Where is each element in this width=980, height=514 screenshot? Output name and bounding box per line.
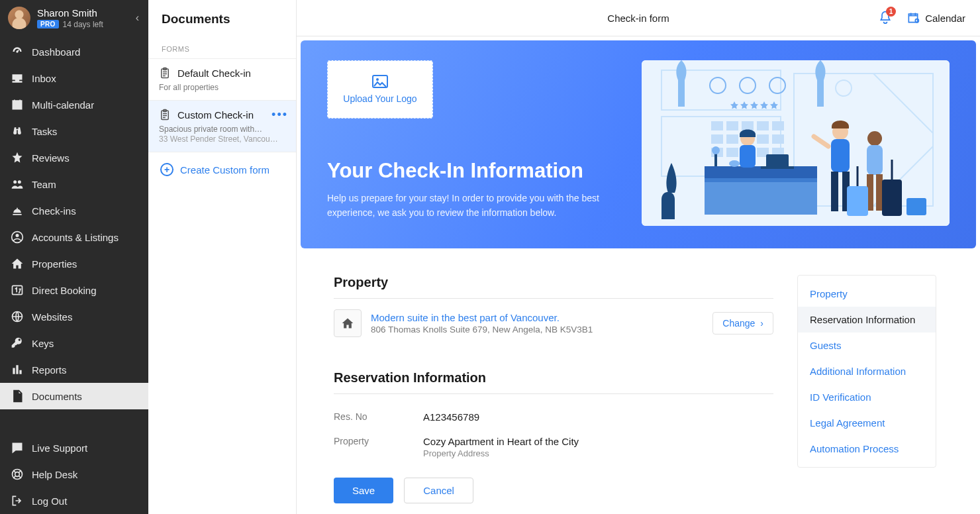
sidebar-item-documents[interactable]: Documents [0,383,148,409]
calendar-label: Calendar [925,13,965,24]
sidebar-item-label: Help Desk [32,469,77,480]
form-name: Custom Check-in [177,109,254,121]
svg-rect-48 [831,172,838,211]
lifebuoy-icon [11,468,24,481]
svg-point-12 [376,78,379,81]
svg-rect-45 [740,145,756,168]
svg-rect-37 [705,178,817,215]
sidebar-item-team[interactable]: Team [0,171,148,197]
svg-rect-23 [742,121,754,130]
hero-subtitle: Help us prepare for your stay! In order … [327,191,605,220]
pro-badge: PRO [37,20,59,28]
svg-rect-55 [882,180,902,216]
sidebar-item-label: Accounts & Listings [32,232,119,243]
svg-rect-27 [726,134,738,144]
form-sub: For all properties [159,83,283,92]
sidebar-item-reviews[interactable]: Reviews [0,144,148,171]
sidebar-item-label: Log Out [32,495,67,507]
svg-rect-32 [726,148,738,157]
svg-rect-24 [757,121,769,130]
kv-value: A123456789 [423,411,479,423]
calendar-search-icon [906,11,920,25]
svg-rect-40 [761,166,794,169]
sidebar-item-keys[interactable]: Keys [0,330,148,356]
globe-icon [11,310,24,323]
topbar-title: Check-in form [607,13,669,24]
sidebar-item-multi-calendar[interactable]: Multi-calendar [0,91,148,118]
sidebar-item-websites[interactable]: Websites [0,303,148,330]
svg-rect-30 [772,134,784,144]
calendar-button[interactable]: Calendar [906,11,965,25]
upload-logo-button[interactable]: Upload Your Logo [327,60,433,119]
sidebar-item-tasks[interactable]: Tasks [0,118,148,144]
svg-rect-54 [847,186,868,216]
upload-logo-label: Upload Your Logo [343,93,416,104]
sidebar-footer-live-support[interactable]: Live Support [0,435,148,461]
svg-rect-56 [906,198,926,215]
property-address: 806 Thomas Knolls Suite 679, New Angela,… [371,325,703,334]
section-nav-rail: PropertyReservation InformationGuestsAdd… [797,275,936,468]
sidebar-footer-log-out[interactable]: Log Out [0,488,148,514]
content-scroll[interactable]: Upload Your Logo Your Check-In Informati… [297,36,980,514]
create-custom-form-button[interactable]: + Create Custom form [148,152,296,187]
rail-item-automation-process[interactable]: Automation Process [798,436,936,462]
sidebar-item-inbox[interactable]: Inbox [0,65,148,91]
sidebar-item-label: Team [32,179,56,190]
section-reservation-title: Reservation Information [334,370,773,394]
sidebar-item-reports[interactable]: Reports [0,356,148,383]
change-property-button[interactable]: Change › [712,312,773,334]
rail-item-additional-information[interactable]: Additional Information [798,358,936,384]
sidebar-item-properties[interactable]: Properties [0,250,148,277]
svg-rect-26 [711,134,723,144]
form-sub: Spacious private room with… [159,125,283,134]
chevron-right-icon: › [760,318,763,329]
form-sub2: 33 West Pender Street, Vancou… [159,134,283,144]
form-actions: Save Cancel [334,478,473,503]
sidebar-item-label: Websites [32,311,72,323]
kv-label: Res. No [334,411,423,423]
section-property-title: Property [334,275,773,299]
sidebar-item-check-ins[interactable]: Check-ins [0,197,148,224]
form-item[interactable]: Default Check-inFor all properties [148,58,296,100]
home-icon [341,317,354,330]
property-name-link[interactable]: Modern suite in the best part of Vancouv… [371,312,703,323]
image-icon [372,75,388,88]
hero-banner: Upload Your Logo Your Check-In Informati… [301,40,976,248]
sidebar-item-label: Properties [32,258,77,270]
notifications-button[interactable]: 1 [879,11,892,26]
form-item[interactable]: Custom Check-inSpacious private room wit… [148,100,296,152]
property-thumb [334,309,362,337]
bar-chart-icon [11,363,24,376]
rail-item-id-verification[interactable]: ID Verification [798,384,936,410]
rail-item-property[interactable]: Property [798,281,936,307]
save-button[interactable]: Save [334,478,393,503]
svg-rect-38 [705,178,817,182]
main-area: Check-in form 1 Calendar Upload Your Log… [297,0,980,514]
sidebar-item-label: Direct Booking [32,285,97,296]
plus-circle-icon: + [160,163,173,176]
sidebar-item-label: Reports [32,364,67,376]
sidebar-item-label: Live Support [32,442,87,454]
pro-days-left: 14 days left [63,20,103,29]
sidebar-item-dashboard[interactable]: Dashboard [0,38,148,65]
panel-section-label: FORMS [148,37,296,58]
more-icon[interactable]: ••• [271,109,288,121]
svg-rect-22 [726,121,738,130]
sidebar-item-label: Multi-calendar [32,99,94,111]
chat-icon [11,441,24,454]
hero-title: Your Check-In Information [327,160,628,182]
svg-rect-21 [711,121,723,130]
profile-block[interactable]: Sharon Smith PRO 14 days left ‹ [0,0,148,36]
rail-item-legal-agreement[interactable]: Legal Agreement [798,410,936,436]
topbar: Check-in form 1 Calendar [297,0,980,36]
sidebar-footer-help-desk[interactable]: Help Desk [0,461,148,488]
profile-name: Sharon Smith [37,7,103,19]
sidebar-item-accounts-listings[interactable]: Accounts & Listings [0,224,148,250]
rail-item-reservation-information[interactable]: Reservation Information [798,307,936,333]
sidebar-item-direct-booking[interactable]: Direct Booking [0,277,148,303]
cancel-button[interactable]: Cancel [404,478,473,503]
kv-value: Cozy Apartment in Heart of the City [423,436,579,447]
rail-item-guests[interactable]: Guests [798,333,936,358]
chevron-left-icon[interactable]: ‹ [136,12,139,24]
svg-rect-25 [772,121,784,130]
